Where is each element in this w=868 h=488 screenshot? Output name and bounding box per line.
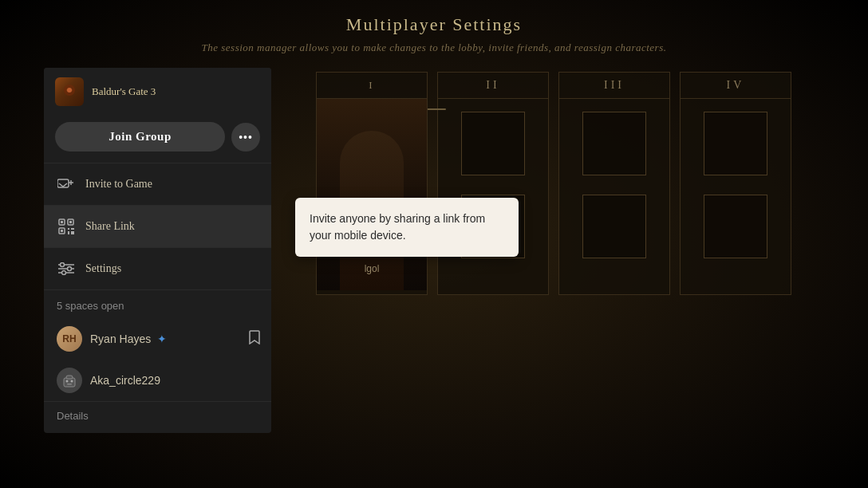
svg-point-18 bbox=[62, 271, 66, 275]
svg-rect-7 bbox=[61, 230, 63, 232]
svg-point-1 bbox=[67, 88, 72, 92]
join-group-row: Join Group ••• bbox=[44, 116, 271, 163]
aka-avatar bbox=[57, 368, 82, 393]
svg-rect-23 bbox=[67, 384, 72, 385]
game-title: Baldur's Gate 3 bbox=[92, 85, 156, 98]
spaces-label: 5 spaces open bbox=[44, 290, 271, 318]
invite-icon-svg bbox=[57, 177, 75, 191]
details-label[interactable]: Details bbox=[44, 402, 271, 433]
invite-icon bbox=[57, 175, 76, 194]
settings-icon bbox=[57, 259, 76, 278]
ryan-name: Ryan Hayes ✦ bbox=[90, 333, 167, 345]
tooltip-popup: Invite anyone by sharing a link from you… bbox=[295, 198, 519, 257]
svg-rect-19 bbox=[64, 378, 75, 387]
game-icon-inner bbox=[55, 77, 84, 106]
share-label: Share Link bbox=[85, 220, 135, 233]
page-title: Multiplayer Settings bbox=[346, 14, 522, 35]
svg-point-17 bbox=[68, 267, 72, 271]
menu-item-share[interactable]: Share Link bbox=[44, 206, 271, 247]
join-group-button[interactable]: Join Group bbox=[55, 122, 225, 152]
menu-item-settings[interactable]: Settings bbox=[44, 248, 271, 289]
slot-3-label: III bbox=[559, 73, 669, 99]
slot-2-label: II bbox=[438, 73, 548, 99]
slot-1: I lgol bbox=[316, 72, 428, 295]
svg-point-22 bbox=[71, 380, 73, 383]
invite-label: Invite to Game bbox=[85, 178, 152, 191]
slot-1-character-name: lgol bbox=[317, 263, 427, 274]
share-icon-svg bbox=[58, 218, 74, 234]
tooltip-text: Invite anyone by sharing a link from you… bbox=[310, 211, 504, 244]
slot-2: II bbox=[437, 72, 549, 295]
game-icon bbox=[55, 77, 84, 106]
slot-1-card: lgol bbox=[317, 99, 427, 290]
slot-2-portrait bbox=[461, 112, 525, 175]
bookmark-icon-svg bbox=[249, 330, 260, 344]
slot-1-label: I bbox=[317, 73, 427, 99]
page-subtitle: The session manager allows you to make c… bbox=[202, 41, 667, 54]
slot-4-portrait bbox=[704, 112, 767, 175]
svg-rect-10 bbox=[71, 228, 74, 230]
aka-name: Aka_circle229 bbox=[90, 374, 160, 387]
slot-3-preview bbox=[582, 195, 646, 258]
player-ryan-hayes[interactable]: RH Ryan Hayes ✦ bbox=[44, 318, 271, 360]
slot-4-preview bbox=[704, 195, 767, 258]
share-icon bbox=[57, 217, 76, 236]
menu-item-invite[interactable]: Invite to Game bbox=[44, 163, 271, 205]
more-icon: ••• bbox=[239, 131, 253, 144]
player-aka-circle[interactable]: Aka_circle229 bbox=[44, 360, 271, 401]
left-panel: Baldur's Gate 3 Join Group ••• Invite to… bbox=[44, 68, 271, 433]
more-options-button[interactable]: ••• bbox=[231, 123, 260, 152]
slot-3: III bbox=[558, 72, 670, 295]
panel-header: Baldur's Gate 3 bbox=[44, 68, 271, 116]
ryan-avatar: RH bbox=[57, 326, 82, 352]
slot-4-label: IV bbox=[681, 73, 791, 99]
slot-4: IV bbox=[680, 72, 791, 295]
ps-plus-icon: ✦ bbox=[157, 333, 167, 345]
settings-label: Settings bbox=[85, 262, 121, 275]
svg-rect-9 bbox=[68, 228, 69, 230]
settings-icon-svg bbox=[58, 262, 74, 275]
svg-rect-6 bbox=[61, 221, 63, 223]
svg-rect-12 bbox=[71, 231, 74, 234]
svg-point-16 bbox=[61, 263, 65, 267]
svg-rect-20 bbox=[66, 376, 73, 379]
slot-3-portrait bbox=[582, 112, 646, 175]
aka-avatar-svg bbox=[61, 372, 77, 388]
bookmark-icon bbox=[249, 330, 260, 348]
bg3-icon-svg bbox=[60, 82, 79, 101]
svg-rect-8 bbox=[69, 221, 72, 223]
svg-point-21 bbox=[66, 380, 69, 383]
svg-rect-11 bbox=[68, 231, 69, 234]
